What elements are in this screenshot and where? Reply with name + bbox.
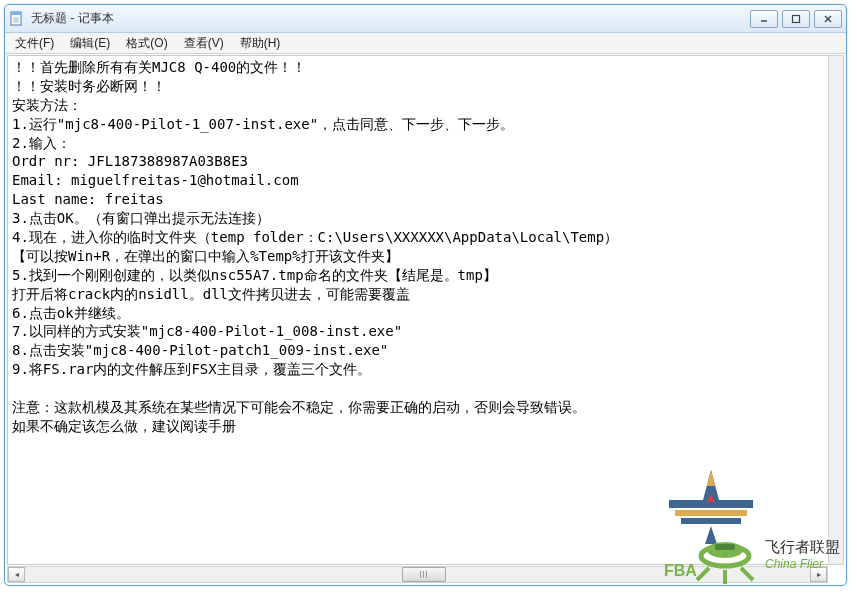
menu-edit[interactable]: 编辑(E) xyxy=(62,33,118,54)
horizontal-scrollbar[interactable]: ◂ ▸ xyxy=(7,566,828,583)
text-area[interactable]: ！！首先删除所有有关MJC8 Q-400的文件！！ ！！安装时务必断网！！ 安装… xyxy=(8,56,843,564)
menubar: 文件(F) 编辑(E) 格式(O) 查看(V) 帮助(H) xyxy=(5,33,846,54)
app-icon xyxy=(9,11,25,27)
vertical-scrollbar[interactable] xyxy=(828,55,844,565)
svg-rect-6 xyxy=(793,15,800,22)
menu-view[interactable]: 查看(V) xyxy=(176,33,232,54)
scroll-left-button[interactable]: ◂ xyxy=(8,567,25,582)
scroll-track[interactable] xyxy=(25,567,810,582)
titlebar[interactable]: 无标题 - 记事本 xyxy=(5,5,846,33)
text-area-wrap: ！！首先删除所有有关MJC8 Q-400的文件！！ ！！安装时务必断网！！ 安装… xyxy=(7,55,844,565)
svg-rect-1 xyxy=(11,12,21,15)
notepad-window: 无标题 - 记事本 文件(F) 编辑(E) 格式(O) 查看(V) 帮助(H) … xyxy=(4,4,847,586)
menu-file[interactable]: 文件(F) xyxy=(7,33,62,54)
window-title: 无标题 - 记事本 xyxy=(31,10,750,27)
scroll-right-button[interactable]: ▸ xyxy=(810,567,827,582)
window-controls xyxy=(750,10,842,28)
maximize-button[interactable] xyxy=(782,10,810,28)
scroll-thumb[interactable] xyxy=(402,567,446,582)
minimize-button[interactable] xyxy=(750,10,778,28)
close-button[interactable] xyxy=(814,10,842,28)
menu-help[interactable]: 帮助(H) xyxy=(232,33,289,54)
menu-format[interactable]: 格式(O) xyxy=(118,33,175,54)
